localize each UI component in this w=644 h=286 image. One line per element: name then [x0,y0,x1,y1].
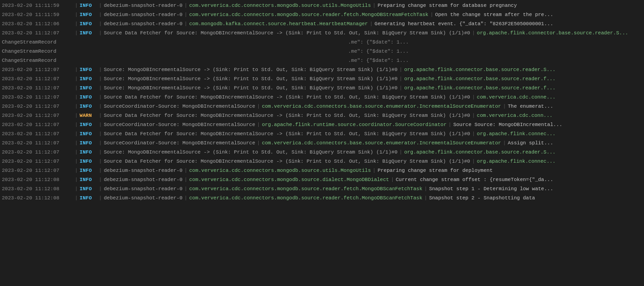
classname: org.apache.flink.runtime.source.coordina… [262,121,447,129]
timestamp: 2023-02-20 11:12:07 [2,66,73,74]
timestamp: 2023-02-20 11:12:07 [2,29,73,37]
message: Current change stream offset : {resumeTo… [396,176,553,184]
record-value: .me": {"$date": 1... [348,56,409,65]
classname: com.ververica.cdc.connectors.mongodb.sou… [189,185,422,193]
log-level: INFO [80,121,97,129]
record-row: ChangeStreamRecord .me": {"$date": 1... [0,38,644,47]
classname: com.ververica.cdc.connectors.base.source… [262,102,501,110]
log-row: 2023-02-20 11:12:07 | INFO | SourceCoord… [0,120,644,129]
thread: Source: MongoDBIncrementalSource -> (Sin… [104,75,397,83]
timestamp: 2023-02-20 11:12:07 [2,139,73,147]
log-row: 2023-02-20 11:12:07 | INFO | SourceCoord… [0,138,644,148]
log-level: INFO [80,185,97,193]
classname: com.ververica.cdc.connectors.mongodb.sou… [189,11,428,19]
record-label: ChangeStreamRecord [2,47,73,55]
log-level: INFO [80,29,97,37]
log-row: 2023-02-20 11:11:59 | INFO | debezium-sn… [0,1,644,10]
timestamp: 2023-02-20 11:12:07 [2,84,73,92]
message: Preparing change stream for database pre… [378,1,517,10]
classname: com.ververica.cdc.connectors.mongodb.sou… [189,194,422,202]
thread: SourceCoordinator-Source: MongoDBIncreme… [104,139,255,147]
log-level: INFO [80,1,97,10]
log-level: INFO [80,157,97,165]
thread: debezium-snapshot-reader-0 [104,20,183,28]
message: Generating heartbeat event. {"_data": "8… [375,20,553,28]
classname: com.ververica.cdc.connectors.mongodb.sou… [189,166,371,175]
message: Snapshot step 2 - Snapshotting data [429,194,535,202]
classname: org.apache.flink.connector.base.source.r… [404,148,555,156]
log-level: INFO [80,11,97,19]
timestamp: 2023-02-20 11:12:07 [2,148,73,156]
log-level: INFO [80,93,97,101]
classname: org.apache.flink.connector.base.source.r… [404,66,555,74]
thread: Source: MongoDBIncrementalSource -> (Sin… [104,148,397,156]
log-level: INFO [80,102,97,110]
timestamp: 2023-02-20 11:12:08 [2,176,73,184]
message: Snapshot step 1 - Determining low wate..… [429,185,553,193]
log-level: INFO [80,66,97,74]
thread: SourceCoordinator-Source: MongoDBIncreme… [104,121,255,129]
log-row: 2023-02-20 11:12:08 | INFO | debezium-sn… [0,175,644,184]
log-level: WARN [80,111,97,120]
log-container: 2023-02-20 11:11:59 | INFO | debezium-sn… [0,0,644,286]
message: Assign split... [508,139,553,147]
record-value: .me": {"$date": 1... [348,38,409,46]
message: Preparing change stream for deployment [378,166,493,175]
log-row: 2023-02-20 11:12:07 | INFO | Source Data… [0,93,644,102]
timestamp: 2023-02-20 11:12:07 [2,75,73,83]
log-row: 2023-02-20 11:12:07 | INFO | SourceCoord… [0,102,644,111]
log-row: 2023-02-20 11:12:07 | INFO | Source: Mon… [0,148,644,157]
log-level: INFO [80,148,97,156]
record-label: ChangeStreamRecord [2,38,73,46]
thread: Source Data Fetcher for Source: MongoDBI… [104,29,470,37]
record-row: ChangeStreamRecord .me": {"$date": 1... [0,56,644,65]
thread: Source: MongoDBIncrementalSource -> (Sin… [104,66,397,74]
record-label: ChangeStreamRecord [2,56,73,65]
message: Open the change stream after the pre... [435,11,553,19]
log-row: 2023-02-20 11:12:07 | INFO | Source: Mon… [0,65,644,74]
timestamp: 2023-02-20 11:12:07 [2,93,73,101]
record-row: ChangeStreamRecord .me": {"$date": 1... [0,47,644,56]
timestamp: 2023-02-20 11:11:59 [2,11,73,19]
log-level: INFO [80,75,97,83]
thread: debezium-snapshot-reader-0 [104,176,183,184]
classname: com.mongodb.kafka.connect.source.heartbe… [189,20,367,28]
thread: Source Data Fetcher for Source: MongoDBI… [104,93,470,101]
timestamp: 2023-02-20 11:12:07 [2,130,73,138]
timestamp: 2023-02-20 11:12:07 [2,111,73,120]
log-row: 2023-02-20 11:12:07 | INFO | Source: Mon… [0,74,644,83]
message: Source Source: MongoDBIncremental... [453,121,562,129]
classname: com.ververica.cdc.connectors.mongodb.sou… [189,1,371,10]
timestamp: 2023-02-20 11:12:08 [2,185,73,193]
thread: Source Data Fetcher for Source: MongoDBI… [104,130,470,138]
thread: debezium-snapshot-reader-0 [104,11,183,19]
thread: debezium-snapshot-reader-0 [104,185,183,193]
timestamp: 2023-02-20 11:11:59 [2,1,73,10]
timestamp: 2023-02-20 11:12:08 [2,194,73,202]
classname: com.ververica.cdc.conne... [477,93,556,101]
message: The enumerat... [508,102,553,110]
log-row: 2023-02-20 11:12:06 | INFO | debezium-sn… [0,19,644,28]
log-row: 2023-02-20 11:12:07 | INFO | Source: Mon… [0,83,644,93]
log-level: INFO [80,84,97,92]
log-level: INFO [80,194,97,202]
timestamp: 2023-02-20 11:12:07 [2,157,73,165]
log-row: 2023-02-20 11:12:07 | WARN | Source Data… [0,111,644,120]
log-level: INFO [80,176,97,184]
classname: org.apache.flink.connector.base.source.r… [404,84,555,92]
classname: org.apache.flink.connector.base.source.r… [404,75,555,83]
log-row: 2023-02-20 11:12:07 | INFO | Source Data… [0,157,644,166]
log-row: 2023-02-20 11:11:59 | INFO | debezium-sn… [0,10,644,19]
thread: debezium-snapshot-reader-0 [104,194,183,202]
log-row: 2023-02-20 11:12:07 | INFO | debezium-sn… [0,166,644,175]
timestamp: 2023-02-20 11:12:07 [2,102,73,110]
classname: com.ververica.cdc.conn... [477,111,553,120]
classname: org.apache.flink.connec... [477,130,556,138]
thread: Source: MongoDBIncrementalSource -> (Sin… [104,84,397,92]
thread: debezium-snapshot-reader-0 [104,166,183,175]
record-value: .me": {"$date": 1... [348,47,409,55]
thread: SourceCoordinator-Source: MongoDBIncreme… [104,102,255,110]
timestamp: 2023-02-20 11:12:07 [2,121,73,129]
timestamp: 2023-02-20 11:12:07 [2,166,73,175]
timestamp: 2023-02-20 11:12:06 [2,20,73,28]
